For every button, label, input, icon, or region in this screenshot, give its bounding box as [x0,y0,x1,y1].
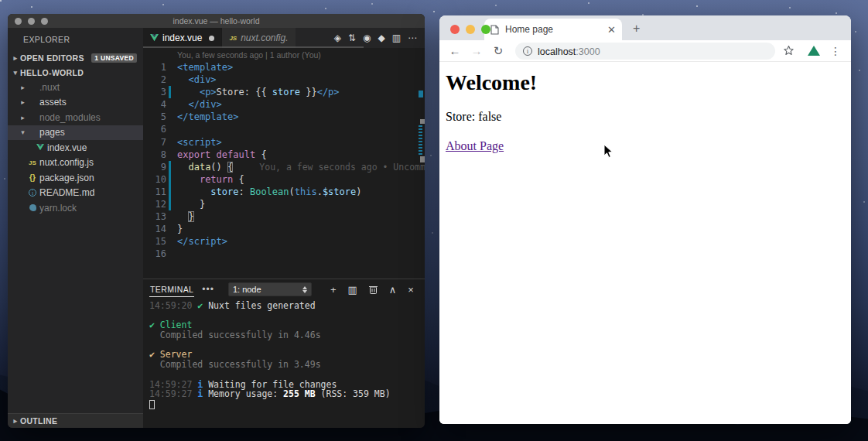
chevron-down-icon: ▾ [19,128,27,136]
terminal-tab[interactable]: TERMINAL [149,282,194,297]
file-label: README.md [39,187,94,198]
vscode-titlebar[interactable]: index.vue — hello-world [8,14,425,28]
chevron-down-icon: ▾ [11,69,20,77]
file-tree-item-pages[interactable]: ▾pages [8,125,143,141]
terminal-header: TERMINAL ••• 1: node + ▥ ∧ × [143,279,425,299]
browser-toolbar: ← → ↻ i localhost:3000 ⋮ [439,40,851,62]
codelens-annotation[interactable]: You, a few seconds ago | 1 author (You) [143,50,425,61]
back-button[interactable]: ← [446,44,464,57]
file-tree-item-index-vue[interactable]: index.vue [8,140,143,156]
window-title: index.vue — hello-world [8,16,425,26]
overview-ruler[interactable] [417,48,425,279]
terminal-select-value: 1: node [233,285,261,294]
explorer-sidebar: EXPLORER ▸ OPEN EDITORS 1 UNSAVED ▾ HELL… [8,28,143,428]
close-panel-icon[interactable]: × [408,285,414,295]
more-actions-icon[interactable]: ⋯ [408,32,417,43]
minimize-traffic-light[interactable] [466,25,475,34]
file-tree-item-yarn-lock[interactable]: yarn.lock [8,200,143,216]
vscode-window: index.vue — hello-world EXPLORER ▸ OPEN … [8,14,425,428]
explorer-header: EXPLORER [8,28,143,50]
project-root-label: HELLO-WORLD [20,68,84,77]
browser-menu-icon[interactable]: ⋮ [826,45,845,57]
site-info-icon[interactable]: i [523,46,532,56]
line-number: 4 [143,98,166,111]
terminal-panel: TERMINAL ••• 1: node + ▥ ∧ × [143,279,425,428]
outline-section[interactable]: ▸ OUTLINE [8,413,143,428]
code-editor[interactable]: You, a few seconds ago | 1 author (You) … [143,48,425,279]
close-traffic-light[interactable] [450,25,460,34]
code-line-8[interactable]: 8export default { [143,149,425,161]
line-number: 6 [143,123,166,135]
code-line-9[interactable]: 9 data() {You, a few seconds ago • Uncom… [143,161,425,173]
line-number: 16 [143,248,166,260]
chevron-right-icon: ▸ [19,98,27,106]
new-terminal-icon[interactable]: + [330,285,337,295]
project-root-section[interactable]: ▾ HELLO-WORLD [8,65,143,80]
line-number: 5 [143,111,166,123]
vue-devtools-extension-icon[interactable] [808,46,820,56]
code-line-7[interactable]: 7<script> [143,136,425,149]
line-number: 15 [143,235,166,248]
terminal-output[interactable]: 14:59:20 ✔ Nuxt files generated✔ Client … [143,299,425,428]
reload-button[interactable]: ↻ [489,44,507,58]
line-number: 3 [143,86,166,98]
browser-window: Home page ✕ + ← → ↻ i localhost:3000 ⋮ W… [439,15,851,424]
bookmark-star-icon[interactable] [783,45,801,56]
kill-terminal-icon[interactable] [369,285,378,294]
maximize-traffic-light[interactable] [481,25,490,34]
line-number: 9 [143,161,166,173]
gitlens-blame-icon[interactable]: ◉ [363,32,371,43]
open-editors-section[interactable]: ▸ OPEN EDITORS 1 UNSAVED [8,50,143,65]
gitlens-divergence-icon[interactable]: ◆ [378,32,384,43]
line-number: 11 [143,186,166,198]
code-line-14[interactable]: 14} [143,223,425,235]
code-line-5[interactable]: 5</template> [143,111,425,123]
code-line-4[interactable]: 4 </div> [143,98,425,111]
code-line-2[interactable]: 2 <div> [143,74,425,86]
code-line-15[interactable]: 15</script> [143,235,425,248]
code-line-6[interactable]: 6 [143,123,425,135]
tab-nuxt-config[interactable]: JS nuxt.config. [221,28,295,48]
gitlens-open-changes-icon[interactable]: ◈ [334,32,341,43]
trash-icon [369,285,378,294]
chevron-right-icon: ▸ [19,84,27,91]
terminal-cursor [149,400,155,409]
tab-label: nuxt.config. [241,32,288,43]
code-line-13[interactable]: 13 } [143,210,425,223]
code-line-16[interactable]: 16 [143,248,425,260]
select-arrows-icon [302,286,307,293]
maximize-panel-icon[interactable]: ∧ [389,285,397,295]
js-icon: JS [229,35,237,42]
terminal-line: 14:59:27 i Memory usage: 255 MB (RSS: 35… [149,389,425,399]
code-line-10[interactable]: 10 return { [143,173,425,186]
about-page-link[interactable]: About Page [446,139,504,152]
chevron-right-icon: ▸ [11,54,20,62]
code-line-3[interactable]: 3 <p>Store: {{ store }}</p> [143,86,425,98]
file-tree-item-package-json[interactable]: {}package.json [8,170,143,186]
ruler-mark [419,125,422,155]
vue-icon [150,34,159,42]
git-compare-icon[interactable]: ⇅ [348,32,356,43]
terminal-select[interactable]: 1: node [228,282,312,296]
forward-button[interactable]: → [467,44,486,57]
tab-index-vue[interactable]: index.vue [143,28,221,48]
code-line-1[interactable]: 1<template> [143,61,425,74]
terminal-line: Compiled successfully in 4.46s [149,330,425,340]
file-tree-item-node-modules[interactable]: ▸node_modules [8,110,143,125]
file-tree-item-nuxt-config-js[interactable]: JSnuxt.config.js [8,156,143,171]
tab-label: index.vue [162,32,202,43]
file-tree-item-readme-md[interactable]: iREADME.md [8,186,143,201]
modified-dot-icon[interactable] [209,36,214,41]
address-bar[interactable]: i localhost:3000 [515,43,775,60]
code-line-11[interactable]: 11 store: Boolean(this.$store) [143,186,425,198]
close-tab-icon[interactable]: ✕ [607,24,616,36]
json-icon: {} [29,173,36,182]
browser-tab[interactable]: Home page ✕ [484,19,622,40]
terminal-more-icon[interactable]: ••• [202,284,214,295]
split-terminal-icon[interactable]: ▥ [348,285,357,295]
split-editor-icon[interactable]: ▥ [392,32,401,43]
new-tab-button[interactable]: + [633,22,640,36]
file-tree-item-assets[interactable]: ▸assets [8,95,143,111]
code-line-12[interactable]: 12 } [143,198,425,210]
file-tree-item--nuxt[interactable]: ▸.nuxt [8,80,143,95]
